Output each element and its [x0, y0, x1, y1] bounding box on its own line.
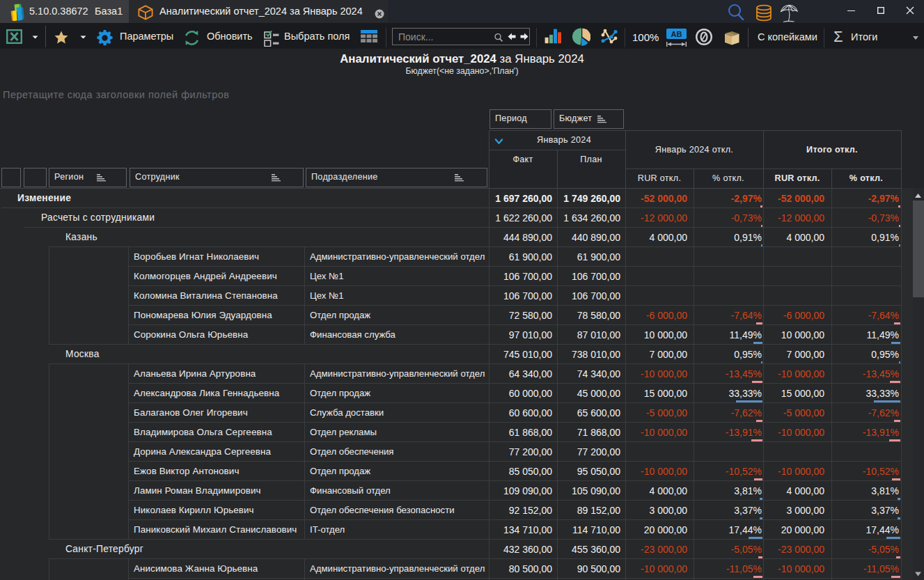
svg-text:AB: AB	[671, 30, 682, 38]
